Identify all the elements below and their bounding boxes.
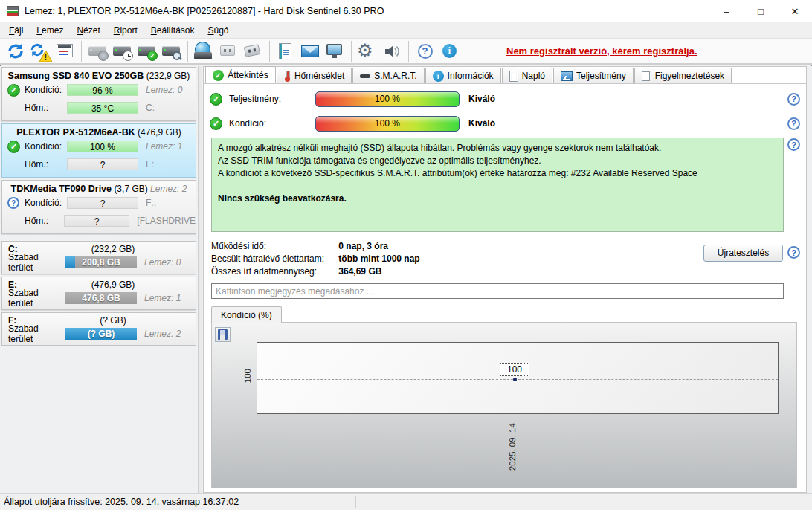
data-point-label: 100 xyxy=(500,363,529,376)
last-updated-text: Állapot utoljára frissítve: 2025. 09. 14… xyxy=(4,497,239,507)
drive-letter: E: xyxy=(146,159,154,170)
menu-view[interactable]: Nézet xyxy=(70,23,106,38)
disk-size: (476,9 GB) xyxy=(138,127,181,138)
disk-number: Lemez: 0 xyxy=(144,257,181,268)
tab-overview[interactable]: ✓ Áttekintés xyxy=(205,66,276,83)
help-icon[interactable]: ? xyxy=(787,246,800,259)
partition-panel-c[interactable]: C: (232,2 GB) Szabad terület 200,8 GB Le… xyxy=(1,241,196,274)
partition-panel-e[interactable]: E: (476,9 GB) Szabad terület 476,8 GB Le… xyxy=(1,277,196,310)
condition-history-chart: 100 100 2025. 09. 14. xyxy=(211,322,797,488)
drive-letter: F:, xyxy=(146,198,156,208)
title-bar: Lemez: 1, PLEXTOR PX-512M6eA-BK [P025261… xyxy=(0,0,812,22)
close-button[interactable]: ✕ xyxy=(778,0,812,22)
total-written-label: Összes írt adatmennyiség: xyxy=(211,266,336,277)
sound-icon[interactable] xyxy=(381,40,404,62)
info-icon: i xyxy=(433,71,444,82)
free-space-label: Szabad terület xyxy=(8,252,65,273)
network-disk-icon[interactable] xyxy=(193,40,216,62)
health-status-box: A mozgó alkatrész nélküli meghajtó (SSD)… xyxy=(211,138,784,232)
disk-schedule-icon[interactable] xyxy=(111,40,134,62)
smart-icon xyxy=(360,74,370,78)
toolbar-separator xyxy=(351,41,352,62)
help-icon[interactable]: ? xyxy=(787,138,800,151)
mail-icon[interactable] xyxy=(299,40,322,62)
disk-offline-icon[interactable] xyxy=(86,40,109,62)
status-line: A kondíciót a következő SSD-specifikus S… xyxy=(218,167,777,180)
disk-name: TDKMedia TF090 Drive xyxy=(11,184,112,194)
comment-input[interactable] xyxy=(211,283,784,299)
disk-surface-test-icon[interactable] xyxy=(160,40,183,62)
condition-label: Kondíció: xyxy=(229,118,266,129)
save-chart-icon[interactable] xyxy=(215,327,231,342)
disk-number: Lemez: 0 xyxy=(146,85,182,95)
tab-temperature[interactable]: Hőmérséklet xyxy=(277,68,352,83)
thermometer-icon xyxy=(284,71,291,82)
temperature-bar: 35 °C xyxy=(67,102,138,114)
toolbar-separator xyxy=(269,41,270,62)
refresh-icon[interactable] xyxy=(4,40,28,62)
disk-panel-samsung[interactable]: Samsung SSD 840 EVO 250GB (232,9 GB) ✓ K… xyxy=(1,67,196,121)
network-monitor-icon[interactable] xyxy=(323,40,347,62)
partition-size: (476,9 GB) xyxy=(66,280,160,290)
info-icon[interactable]: i xyxy=(438,40,461,62)
disk-panel-plextor[interactable]: PLEXTOR PX-512M6eA-BK (476,9 GB) ✓ Kondí… xyxy=(1,123,196,178)
help-icon[interactable]: ? xyxy=(787,117,800,130)
log-icon[interactable] xyxy=(274,40,297,62)
condition-row: ✓ Kondíció: 100 % Kiváló ? xyxy=(204,114,806,132)
menu-report[interactable]: Riport xyxy=(107,23,144,38)
disk-connect-icon[interactable] xyxy=(242,40,265,62)
help-icon[interactable]: ? xyxy=(413,40,436,62)
chart-plot-area xyxy=(257,342,779,414)
main-content: Samsung SSD 840 EVO 250GB (232,9 GB) ✓ K… xyxy=(0,66,812,493)
status-line: Az SSD TRIM funkciója támogatva és enged… xyxy=(218,155,777,167)
menu-bar: Fájl Lemez Nézet Riport Beállítások Súgó xyxy=(0,22,812,39)
help-icon[interactable]: ? xyxy=(787,93,800,106)
menu-help[interactable]: Súgó xyxy=(201,23,235,38)
menu-disk[interactable]: Lemez xyxy=(30,23,70,38)
minimize-button[interactable]: – xyxy=(709,0,744,22)
power-on-time-label: Működési idő: xyxy=(211,241,336,251)
chart-tab-condition[interactable]: Kondíció (%) xyxy=(211,306,282,323)
tab-bar: ✓ Áttekintés Hőmérséklet S.M.A.R.T. i In… xyxy=(204,67,806,84)
temperature-bar: ? xyxy=(67,158,138,170)
tab-smart[interactable]: S.M.A.R.T. xyxy=(352,68,424,83)
report-icon[interactable] xyxy=(54,40,77,62)
drive-letter: C: xyxy=(146,103,155,113)
disk-accept-icon[interactable]: ✓ xyxy=(135,40,158,62)
disk-panel-tdkmedia[interactable]: TDKMedia TF090 Drive (3,7 GB) Lemez: 2 ?… xyxy=(1,180,196,234)
free-space-bar: 476,8 GB xyxy=(65,292,137,304)
power-on-time-value: 0 nap, 3 óra xyxy=(338,241,388,251)
disk-ok-icon: ✓ xyxy=(7,141,20,153)
sidebar-splitter[interactable] xyxy=(198,66,202,493)
menu-settings[interactable]: Beállítások xyxy=(144,23,202,38)
statusbar-separator xyxy=(355,496,356,508)
detail-panel: ✓ Áttekintés Hőmérséklet S.M.A.R.T. i In… xyxy=(203,66,807,493)
tab-log[interactable]: Napló xyxy=(502,68,552,83)
document-icon xyxy=(509,71,518,82)
disk-unknown-icon: ? xyxy=(7,197,19,209)
settings-gear-icon[interactable]: ⚙ xyxy=(356,40,379,62)
check-icon: ✓ xyxy=(210,117,222,130)
temperature-bar: ? xyxy=(64,215,130,227)
partition-size: (232,2 GB) xyxy=(66,244,160,254)
svg-text:!: ! xyxy=(45,53,47,61)
tab-information[interactable]: i Információk xyxy=(425,68,501,83)
y-axis-tick: 100 xyxy=(243,369,252,383)
disk-name: Samsung SSD 840 EVO 250GB xyxy=(8,71,144,81)
disk-tools-icon[interactable] xyxy=(217,40,240,62)
toolbar-separator xyxy=(81,41,82,62)
condition-bar: ? xyxy=(67,197,138,209)
retest-button[interactable]: Újratesztelés xyxy=(703,245,783,262)
registration-notice-link[interactable]: Nem regisztrált verzió, kérem regisztrál… xyxy=(506,45,697,57)
disk-sidebar: Samsung SSD 840 EVO 250GB (232,9 GB) ✓ K… xyxy=(0,66,196,493)
refresh-warning-icon[interactable]: ! xyxy=(29,40,52,62)
disk-number: Lemez: 1 xyxy=(146,141,182,152)
tab-performance[interactable]: Teljesítmény xyxy=(553,68,634,83)
partition-panel-f[interactable]: F: (? GB) Szabad terület (? GB) Lemez: 2 xyxy=(1,312,196,346)
gridline xyxy=(257,379,778,380)
menu-file[interactable]: Fájl xyxy=(2,23,30,38)
maximize-button[interactable]: □ xyxy=(744,0,778,22)
status-line: A mozgó alkatrész nélküli meghajtó (SSD)… xyxy=(218,142,777,155)
data-point[interactable] xyxy=(513,378,517,381)
tab-alerts[interactable]: Figyelmeztetések xyxy=(634,68,732,83)
